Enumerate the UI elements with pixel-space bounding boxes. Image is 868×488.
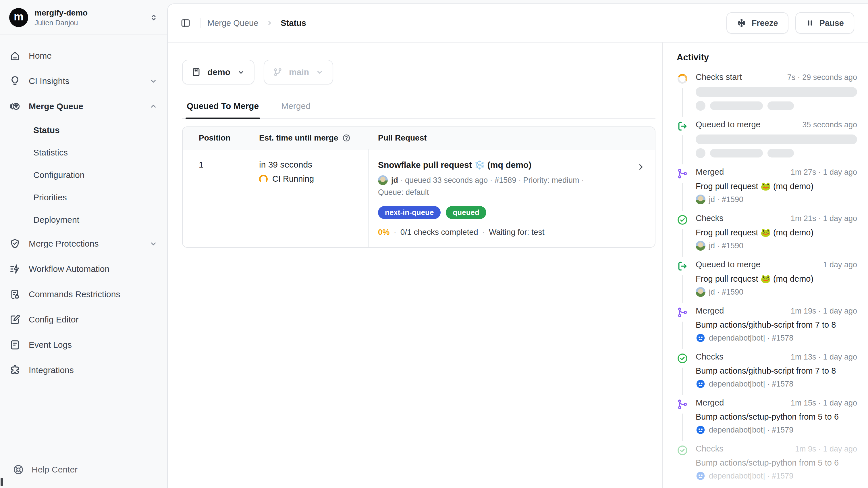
shield-check-icon [9,238,21,250]
square-pen-icon [9,314,21,325]
sidebar-subitem-deployment[interactable]: Deployment [9,209,158,231]
pr-title[interactable]: Snowflake pull request ❄️ (mq demo) [378,160,629,170]
sidebar-item-event-logs[interactable]: Event Logs [9,332,158,357]
activity-time: 7s · 29 seconds ago [787,73,857,82]
scrollbar-thumb[interactable] [1,478,3,486]
pr-label-badge[interactable]: queued [446,206,486,219]
sidebar-subitem-configuration[interactable]: Configuration [9,164,158,186]
activity-title: Activity [677,52,857,63]
circle-check-icon [677,444,688,456]
help-circle-icon[interactable] [342,134,351,142]
pr-label-badge[interactable]: next-in-queue [378,206,441,219]
skeleton-bar [696,87,857,97]
activity-time: 1m 15s · 1 day ago [791,399,857,407]
ci-spinner-icon [259,175,268,183]
activity-pr-meta: dependabot[bot] · #1579 [696,425,857,435]
pause-button[interactable]: Pause [795,12,854,34]
snowflake-icon [737,18,746,28]
dependabot-icon [696,471,706,481]
skeleton-bar [710,102,763,110]
help-center-link[interactable]: Help Center [0,455,167,488]
tab-queued-to-merge[interactable]: Queued To Merge [186,101,260,118]
breadcrumb-chevron-icon [265,19,274,27]
sidebar-subitem-priorities[interactable]: Priorities [9,186,158,209]
dependabot-icon [696,333,706,343]
row-expand-button[interactable] [636,162,646,172]
activity-pr-title[interactable]: Bump actions/github-script from 7 to 8 [696,366,857,376]
repository-select[interactable]: demo [182,60,254,85]
pr-meta: jd · queued 33 seconds ago · #1589 · Pri… [378,174,628,199]
activity-pr-meta: jd · #1590 [696,287,857,297]
branch-select[interactable]: main [264,60,333,85]
sidebar-item-config-editor[interactable]: Config Editor [9,307,158,332]
sidebar-item-integrations[interactable]: Integrations [9,357,158,383]
ci-status-label: CI Running [272,174,314,184]
activity-item: Checks start7s · 29 seconds ago [677,73,857,111]
activity-pr-title[interactable]: Bump actions/setup-python from 5 to 6 [696,412,857,422]
activity-item: Queued to merge35 seconds ago [677,120,857,158]
sidebar: m mergify-demo Julien Danjou Home CI Ins… [0,0,167,488]
breadcrumb-merge-queue[interactable]: Merge Queue [207,19,258,28]
sidebar-item-label: Event Logs [29,340,158,350]
activity-pr-title[interactable]: Bump actions/setup-python from 5 to 6 [696,458,857,467]
sidebar-subitem-label: Status [33,125,60,135]
queue-row-eta: in 39 seconds CI Running [249,149,369,247]
main-card: Merge Queue Status Freeze Pause [167,3,868,488]
sidebar-item-commands-restrictions[interactable]: Commands Restrictions [9,282,158,307]
sidebar-item-workflow-automation[interactable]: Workflow Automation [9,256,158,282]
queue-row[interactable]: 1 in 39 seconds CI Running Snowflake pul… [183,149,655,247]
activity-label: Merged [696,398,724,407]
column-position: Position [183,127,249,149]
life-buoy-icon [13,464,24,476]
sidebar-item-label: Home [29,51,158,61]
sidebar-subitem-status[interactable]: Status [9,119,158,141]
sidebar-item-home[interactable]: Home [9,43,158,68]
skeleton-row [696,148,857,158]
sidebar-item-label: Commands Restrictions [29,289,158,299]
pause-label: Pause [819,19,844,28]
activity-panel: Activity Checks start7s · 29 seconds ago… [662,42,868,488]
workspace-info: mergify-demo Julien Danjou [34,8,143,27]
sidebar-toggle-button[interactable] [178,16,193,30]
sidebar-item-merge-queue[interactable]: Merge Queue [9,94,158,119]
activity-item: Checks1m 21s · 1 day agoFrog pull reques… [677,213,857,251]
sidebar-subitem-label: Statistics [33,148,68,157]
eta-value: in 39 seconds [259,160,368,170]
activity-pr-meta: jd · #1590 [696,195,857,204]
app-root: m mergify-demo Julien Danjou Home CI Ins… [0,0,868,488]
freeze-button[interactable]: Freeze [726,12,788,34]
activity-pr-title[interactable]: Frog pull request 🐸 (mq demo) [696,228,857,237]
activity-pr-title[interactable]: Bump actions/github-script from 7 to 8 [696,320,857,329]
activity-pr-title[interactable]: Frog pull request 🐸 (mq demo) [696,181,857,191]
pr-number[interactable]: #1589 [495,176,516,184]
git-branch-icon [273,67,283,77]
activity-pr-title[interactable]: Frog pull request 🐸 (mq demo) [696,274,857,284]
tab-merged[interactable]: Merged [280,101,312,118]
pr-queued-text: queued 33 seconds ago [405,176,488,184]
activity-list: Checks start7s · 29 seconds agoQueued to… [677,73,857,481]
activity-pr-meta: jd · #1590 [696,241,857,251]
queued-to-merge-icon [677,120,688,132]
topbar: Merge Queue Status Freeze Pause [168,4,868,42]
freeze-label: Freeze [752,19,778,28]
pr-checks-line: 0% · 0/1 checks completed · Waiting for:… [378,228,629,237]
sidebar-nav: Home CI Insights Merge Queue Status Stat… [0,35,167,455]
sidebar-subitem-statistics[interactable]: Statistics [9,141,158,164]
sidebar-item-merge-protections[interactable]: Merge Protections [9,231,158,256]
sidebar-item-label: Integrations [29,365,158,375]
workspace-switcher[interactable]: m mergify-demo Julien Danjou [0,0,167,35]
avatar [696,241,706,251]
chevron-down-icon [149,77,158,86]
file-lock-icon [9,289,21,300]
activity-pr-meta: dependabot[bot] · #1579 [696,471,857,481]
chevron-down-icon [149,239,158,248]
queued-to-merge-icon [677,260,688,272]
activity-pr-meta: dependabot[bot] · #1578 [696,379,857,389]
skeleton-bar [710,149,763,157]
sidebar-item-ci-insights[interactable]: CI Insights [9,68,158,94]
activity-item: Checks1m 9s · 1 day agoBump actions/setu… [677,444,857,481]
git-merge-icon [677,399,688,410]
skeleton-bar [768,149,794,157]
activity-pr-meta: dependabot[bot] · #1578 [696,333,857,343]
checks-waiting: Waiting for: test [489,228,544,237]
